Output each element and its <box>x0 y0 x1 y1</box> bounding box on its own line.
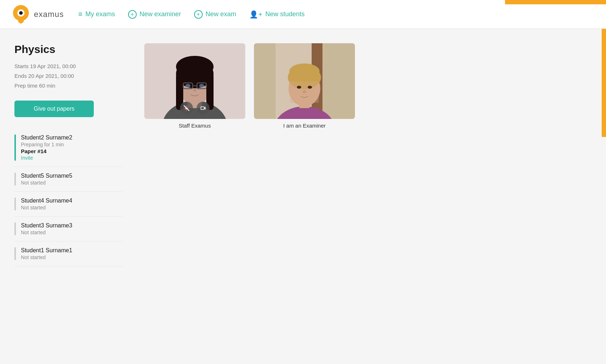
inactive-bar <box>14 197 16 210</box>
svg-point-17 <box>185 84 190 88</box>
video-card-examiner: I am an Examiner <box>254 43 355 129</box>
logo-text: examus <box>34 10 64 19</box>
main-content: Physics Starts 19 Apr 2021, 00:00 Ends 2… <box>0 29 606 364</box>
student-paper: Paper #14 <box>21 148 72 154</box>
inactive-bar <box>14 173 16 186</box>
student-item: Student4 Surname4 Not started <box>14 192 123 217</box>
video-overlay-icons <box>180 102 210 115</box>
student-item: Student5 Surname5 Not started <box>14 167 123 192</box>
student-name: Student3 Surname3 <box>21 222 72 229</box>
student-info: Student4 Surname4 Not started <box>21 197 72 210</box>
student-info: Student1 Surname1 Not started <box>21 247 72 260</box>
inactive-bar <box>14 247 16 260</box>
nav-bar: ≡ My exams + New examiner + New exam 👤+ … <box>78 10 305 19</box>
video-label-staff: Staff Examus <box>179 123 211 129</box>
exam-meta: Starts 19 Apr 2021, 00:00 Ends 20 Apr 20… <box>14 61 123 90</box>
person-plus-icon: 👤+ <box>249 10 263 19</box>
video-card-staff: Staff Examus <box>144 43 245 129</box>
nav-new-exam-label: New exam <box>206 10 236 18</box>
sidebar: Physics Starts 19 Apr 2021, 00:00 Ends 2… <box>14 43 130 350</box>
svg-point-31 <box>297 86 301 89</box>
svg-point-33 <box>303 90 306 93</box>
student-item: Student2 Surname2 Preparing for 1 min Pa… <box>14 129 123 167</box>
active-bar <box>14 134 16 161</box>
plus-circle-icon-exam: + <box>194 10 203 19</box>
svg-point-32 <box>308 86 312 89</box>
header: examus ≡ My exams + New examiner + New e… <box>0 0 606 29</box>
student-item: Student1 Surname1 Not started <box>14 241 123 266</box>
video-frame-examiner <box>254 43 355 119</box>
student-invite[interactable]: Invite <box>21 155 72 161</box>
svg-point-29 <box>289 63 320 79</box>
video-feeds: Staff Examus <box>144 43 592 129</box>
student-info: Student2 Surname2 Preparing for 1 min Pa… <box>21 134 72 161</box>
person2-svg <box>254 43 355 119</box>
give-out-papers-button[interactable]: Give out papers <box>14 101 94 117</box>
student-name: Student2 Surname2 <box>21 134 72 141</box>
svg-point-18 <box>199 84 204 88</box>
video-frame-staff <box>144 43 245 119</box>
exam-title: Physics <box>14 43 123 56</box>
student-status: Not started <box>21 180 72 186</box>
nav-new-students-label: New students <box>265 10 305 18</box>
student-name: Student4 Surname4 <box>21 197 72 204</box>
student-status: Not started <box>21 230 72 235</box>
logo-icon <box>12 5 30 24</box>
plus-circle-icon-examiner: + <box>128 10 137 19</box>
list-icon: ≡ <box>78 10 83 18</box>
inactive-bar <box>14 222 16 235</box>
student-name: Student1 Surname1 <box>21 247 72 254</box>
student-list: Student2 Surname2 Preparing for 1 min Pa… <box>14 129 123 266</box>
student-name: Student5 Surname5 <box>21 173 72 179</box>
logo-area: examus <box>12 5 64 24</box>
student-info: Student3 Surname3 Not started <box>21 222 72 235</box>
student-info: Student5 Surname5 Not started <box>21 173 72 186</box>
header-accent-bar <box>505 0 606 4</box>
nav-my-exams-label: My exams <box>85 10 115 18</box>
nav-new-exam[interactable]: + New exam <box>194 10 236 19</box>
svg-point-2 <box>19 11 23 15</box>
exam-ends: Ends 20 Apr 2021, 00:00 <box>14 71 123 81</box>
nav-my-exams[interactable]: ≡ My exams <box>78 10 115 18</box>
video-label-examiner: I am an Examiner <box>283 123 326 129</box>
svg-point-13 <box>176 56 214 77</box>
exam-starts: Starts 19 Apr 2021, 00:00 <box>14 61 123 71</box>
nav-new-examiner[interactable]: + New examiner <box>128 10 181 19</box>
svg-point-19 <box>193 89 197 92</box>
nav-new-students[interactable]: 👤+ New students <box>249 10 305 19</box>
nav-new-examiner-label: New examiner <box>140 10 181 18</box>
student-item: Student3 Surname3 Not started <box>14 217 123 241</box>
student-status: Preparing for 1 min <box>21 142 72 147</box>
camera-icon <box>197 102 210 115</box>
video-area: Staff Examus <box>130 43 606 350</box>
exam-prep-time: Prep time 60 min <box>14 81 123 90</box>
mic-off-icon <box>180 102 193 115</box>
student-status: Not started <box>21 205 72 210</box>
svg-rect-23 <box>254 43 276 119</box>
right-accent-bar <box>602 29 606 137</box>
student-status: Not started <box>21 254 72 260</box>
